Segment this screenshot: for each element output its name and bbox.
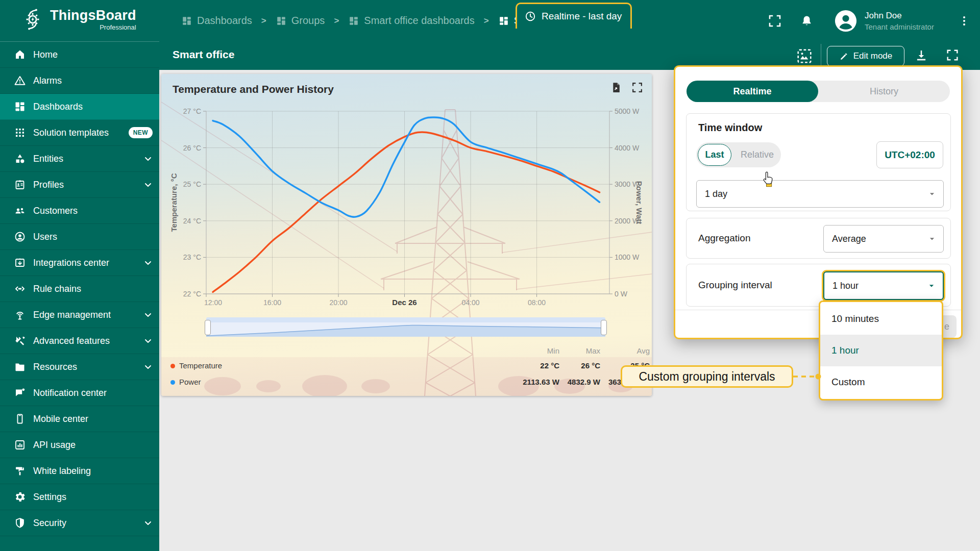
sidebar-item-profiles[interactable]: Profiles	[0, 172, 159, 198]
avatar[interactable]	[834, 9, 857, 33]
time-window-heading: Time window	[698, 122, 762, 134]
grouping-select-value: 1 hour	[832, 281, 859, 291]
download-icon[interactable]	[914, 48, 929, 63]
sidebar-item-integrations-center[interactable]: Integrations center	[0, 250, 159, 276]
svg-text:22 °C: 22 °C	[183, 290, 201, 298]
last-relative-toggle: Last Relative	[696, 142, 781, 167]
aggregation-label: Aggregation	[698, 218, 750, 258]
breadcrumb-groups[interactable]: Groups	[276, 15, 325, 27]
sidebar-item-rule-chains[interactable]: Rule chains	[0, 276, 159, 302]
interval-select-value: 1 day	[705, 189, 727, 199]
sidebar-item-edge-management[interactable]: Edge management	[0, 302, 159, 328]
fullscreen-icon[interactable]	[945, 48, 960, 62]
kebab-menu-icon[interactable]	[958, 14, 971, 28]
sidebar-item-label: Customers	[33, 206, 78, 216]
svg-text:08:00: 08:00	[528, 298, 546, 307]
svg-text:0 W: 0 W	[615, 290, 628, 298]
navigator-scrollbar[interactable]: ∙∙∙	[206, 317, 605, 322]
navigator-right-handle[interactable]	[601, 320, 607, 335]
sidebar-item-dashboards[interactable]: Dashboards	[0, 94, 159, 120]
temperature-min: 22 °C	[513, 359, 559, 372]
legend-item-temperature[interactable]: Temperature	[170, 359, 222, 372]
user-circle-icon	[14, 231, 26, 243]
tab-realtime[interactable]: Realtime	[687, 81, 818, 102]
annotation-arrow	[792, 371, 822, 382]
sidebar-item-customers[interactable]: Customers	[0, 198, 159, 224]
logo-title: ThingsBoard	[50, 8, 136, 23]
timezone-button[interactable]: UTC+02:00	[876, 141, 943, 168]
aggregation-select-value: Average	[832, 234, 866, 244]
id-badge-icon	[14, 179, 26, 191]
sidebar-item-white-labeling[interactable]: White labeling	[0, 458, 159, 484]
notification-icon	[14, 387, 26, 399]
timewindow-panel: Realtime History Time window Last Relati…	[674, 65, 963, 339]
pencil-icon	[839, 52, 849, 61]
breadcrumb-dashboards[interactable]: Dashboards	[181, 15, 252, 27]
api-usage-icon	[14, 439, 26, 451]
interval-select[interactable]: 1 day	[696, 180, 944, 208]
svg-text:Power, Watt: Power, Watt	[635, 181, 644, 224]
navigator-left-handle[interactable]	[205, 320, 211, 335]
timewindow-button[interactable]: Realtime - last day	[516, 3, 632, 29]
mobile-icon	[14, 413, 26, 425]
home-icon	[14, 48, 26, 61]
sidebar-item-label: Security	[33, 518, 66, 529]
toggle-last[interactable]: Last	[698, 144, 731, 166]
sidebar-item-label: Edge management	[33, 310, 111, 320]
breadcrumb-label: Smart office dashboards	[364, 15, 474, 27]
thingsboard-logo[interactable]: ThingsBoard Professional	[20, 7, 136, 32]
sidebar-item-users[interactable]: Users	[0, 224, 159, 250]
new-badge: NEW	[129, 127, 153, 138]
widget-title: Temperature and Power History	[173, 83, 334, 95]
bell-icon[interactable]	[800, 13, 814, 29]
sidebar-item-resources[interactable]: Resources	[0, 354, 159, 380]
navigator-area[interactable]	[206, 322, 605, 337]
sidebar-item-settings[interactable]: Settings	[0, 484, 159, 510]
user-name: John Doe	[865, 11, 946, 21]
legend-row-temperature: Temperature 22 °C 26 °C 25 °C	[161, 359, 652, 372]
image-gallery-icon[interactable]	[795, 47, 814, 65]
fullscreen-icon[interactable]	[767, 13, 782, 29]
paint-roller-icon	[14, 465, 26, 477]
rule-chains-icon	[14, 283, 26, 295]
export-data-icon[interactable]	[609, 81, 622, 94]
toggle-relative[interactable]: Relative	[741, 142, 774, 167]
svg-text:Temperature, °C: Temperature, °C	[169, 173, 178, 232]
grouping-interval-select[interactable]: 1 hour	[823, 271, 944, 300]
sidebar-item-entities[interactable]: Entities	[0, 146, 159, 172]
chevron-down-icon	[142, 517, 154, 529]
grouping-interval-menu: 10 minutes 1 hour Custom	[819, 300, 943, 400]
menu-item-10-minutes[interactable]: 10 minutes	[820, 303, 942, 335]
sidebar-item-notification-center[interactable]: Notification center	[0, 380, 159, 406]
breadcrumb-smart-office-dashboards[interactable]: Smart office dashboards	[348, 15, 474, 27]
tab-history[interactable]: History	[818, 81, 950, 102]
edit-mode-button[interactable]: Edit mode	[827, 46, 904, 66]
caret-down-icon	[927, 234, 937, 244]
svg-text:2000 W: 2000 W	[615, 217, 640, 225]
clock-icon	[524, 10, 536, 22]
sidebar-item-home[interactable]: Home	[0, 42, 159, 68]
sidebar-item-mobile-center[interactable]: Mobile center	[0, 406, 159, 432]
menu-item-custom[interactable]: Custom	[820, 366, 942, 398]
time-range-navigator[interactable]: ∙∙∙	[206, 317, 605, 337]
sidebar-item-security[interactable]: Security	[0, 510, 159, 536]
tools-icon	[14, 335, 26, 347]
legend-item-power[interactable]: Power	[170, 375, 201, 389]
menu-item-1-hour[interactable]: 1 hour	[820, 335, 942, 366]
sidebar-item-advanced-features[interactable]: Advanced features	[0, 328, 159, 354]
widget-fullscreen-icon[interactable]	[631, 81, 644, 94]
caret-down-icon	[926, 281, 937, 291]
chevron-down-icon	[142, 361, 154, 373]
aggregation-card: Aggregation Average	[686, 218, 951, 259]
sidebar-item-alarms[interactable]: Alarms	[0, 68, 159, 94]
sidebar-item-solution-templates[interactable]: Solution templatesNEW	[0, 120, 159, 146]
aggregation-select[interactable]: Average	[823, 225, 944, 253]
sidebar-item-label: Integrations center	[33, 258, 109, 268]
toolbar-divider	[821, 44, 821, 67]
svg-text:12:00: 12:00	[204, 298, 222, 307]
chevron-down-icon	[142, 335, 154, 347]
sidebar-item-api-usage[interactable]: API usage	[0, 432, 159, 458]
sidebar-item-label: Settings	[33, 492, 66, 503]
svg-text:04:00: 04:00	[462, 298, 480, 307]
legend-label: Temperature	[179, 359, 222, 372]
